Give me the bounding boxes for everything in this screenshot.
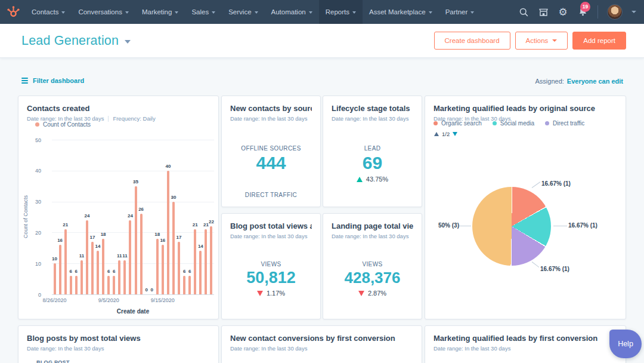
metric-delta: 2.87% [323, 290, 422, 297]
legend-item-direct-traffic[interactable]: Direct traffic [545, 120, 584, 127]
nav-item-label: Contacts [32, 8, 58, 16]
nav-item-service[interactable]: Service [222, 0, 264, 24]
account-chevron-down-icon[interactable] [631, 11, 636, 13]
bar-value-label: 18 [154, 232, 160, 237]
bar-value-label: 30 [171, 195, 177, 200]
nav-item-sales[interactable]: Sales [185, 0, 222, 24]
x-axis-tick: 8/26/2020 [43, 297, 67, 303]
nav-item-conversations[interactable]: Conversations [72, 0, 135, 24]
card-blog-posts-by-most-total-views: Blog posts by most total views Date rang… [18, 325, 219, 363]
delta-value: 2.87% [368, 290, 386, 297]
date-range: Date range: In the last 30 days [332, 233, 408, 239]
assigned-permission-link[interactable]: Everyone can edit [567, 78, 623, 85]
leader-line [532, 262, 540, 267]
leader-line [553, 226, 567, 226]
down-triangle-icon [358, 291, 364, 296]
nav-item-reports[interactable]: Reports [319, 0, 363, 24]
nav-item-contacts[interactable]: Contacts [25, 0, 72, 24]
bar [64, 229, 67, 294]
report-title[interactable]: Blog post total views a... [230, 222, 312, 230]
pie-slice-label: 16.67% (1) [541, 180, 571, 187]
metric-value: 50,812 [222, 269, 320, 287]
chevron-down-icon [125, 40, 131, 44]
report-title[interactable]: Landing page total vie... [332, 222, 413, 230]
page-indicator: 1/2 [442, 131, 450, 137]
date-range: Date range: In the last 30 days [230, 233, 307, 239]
nav-item-automation[interactable]: Automation [265, 0, 319, 24]
legend-dot [35, 122, 39, 127]
hubspot-logo-icon[interactable] [7, 5, 20, 19]
top-nav: ContactsConversationsMarketingSalesServi… [0, 0, 644, 24]
bar-value-label: 11 [117, 253, 122, 259]
up-triangle-icon [357, 177, 363, 182]
filter-icon [21, 78, 28, 84]
avatar[interactable] [607, 4, 623, 20]
legend-dot [545, 121, 549, 125]
dashboard-title-dropdown[interactable]: Lead Generation [21, 33, 131, 48]
legend-item-organic-search[interactable]: Organic search [434, 120, 482, 127]
marketplace-icon[interactable] [538, 7, 549, 17]
chevron-down-icon [255, 11, 258, 14]
nav-item-label: Sales [191, 8, 209, 16]
bar [162, 245, 164, 294]
filter-dashboard-button[interactable]: Filter dashboard [21, 77, 84, 84]
settings-gear-icon[interactable]: ⚙ [558, 7, 568, 17]
down-triangle-icon [257, 291, 263, 296]
bar-value-label: 0 [150, 287, 153, 293]
card-mql-by-original-source: Marketing qualified leads by original so… [425, 96, 626, 319]
search-icon[interactable] [518, 7, 529, 17]
nav-item-asset-marketplace[interactable]: Asset Marketplace [363, 0, 439, 24]
nav-item-partner[interactable]: Partner [439, 0, 481, 24]
legend-label: Social media [500, 120, 534, 127]
bar-value-label: 6 [75, 269, 78, 274]
page-up-icon[interactable] [434, 132, 439, 136]
help-button[interactable]: Help [609, 330, 642, 358]
report-title[interactable]: Marketing qualified leads by original so… [434, 104, 617, 113]
bar [80, 260, 83, 294]
metric-label: LEAD [323, 145, 422, 152]
leader-line [532, 182, 540, 188]
notifications-bell-icon[interactable]: 19 [577, 5, 589, 19]
page-down-icon[interactable] [453, 132, 457, 136]
bar-value-label: 10 [52, 256, 57, 262]
bar [135, 186, 137, 294]
metric-label: VIEWS [323, 261, 422, 267]
report-title[interactable]: New contacts by source [230, 104, 312, 113]
report-title[interactable]: Blog posts by most total views [27, 334, 210, 343]
bar-plot: 0102030405010162166112417141866111124352… [52, 140, 214, 294]
legend-item-social-media[interactable]: Social media [493, 120, 534, 127]
bar-value-label: 11 [79, 253, 84, 259]
gridline [52, 263, 214, 264]
table-column-header: BLOG POST [36, 359, 70, 363]
actions-button[interactable]: Actions [515, 32, 568, 50]
report-title[interactable]: New contact conversions by first convers… [230, 334, 413, 343]
report-title[interactable]: Contacts created [27, 104, 210, 113]
chart-legend[interactable]: Count of Contacts [35, 121, 91, 128]
bar-value-label: 16 [160, 238, 165, 243]
gridline [52, 140, 214, 140]
pie-chart [472, 187, 551, 266]
create-dashboard-button[interactable]: Create dashboard [434, 32, 510, 50]
bar [102, 239, 104, 294]
card-blog-post-total-views: Blog post total views a... Date range: I… [221, 213, 321, 319]
metric-label: OFFLINE SOURCES [222, 145, 320, 152]
bar-value-label: 18 [101, 232, 106, 237]
bar [91, 242, 94, 294]
bar-value-label: 6 [69, 269, 72, 274]
date-range: Date range: In the last 30 days [230, 345, 307, 352]
date-range: Date range: In the last 30 days [332, 115, 408, 122]
chevron-down-icon [175, 11, 178, 14]
report-title[interactable]: Lifecycle stage totals [332, 104, 413, 113]
y-axis-tick: 40 [28, 168, 41, 174]
add-report-button[interactable]: Add report [572, 32, 626, 50]
bar-value-label: 16 [57, 238, 63, 243]
y-axis-tick: 30 [28, 199, 41, 205]
nav-item-marketing[interactable]: Marketing [135, 0, 185, 24]
bar-value-label: 24 [84, 213, 89, 219]
gridline [52, 171, 214, 171]
nav-item-label: Marketing [142, 8, 172, 16]
chevron-down-icon [429, 11, 432, 14]
bar [210, 226, 212, 294]
bar [97, 251, 99, 294]
report-title[interactable]: Marketing qualified leads by first conve… [434, 334, 617, 343]
